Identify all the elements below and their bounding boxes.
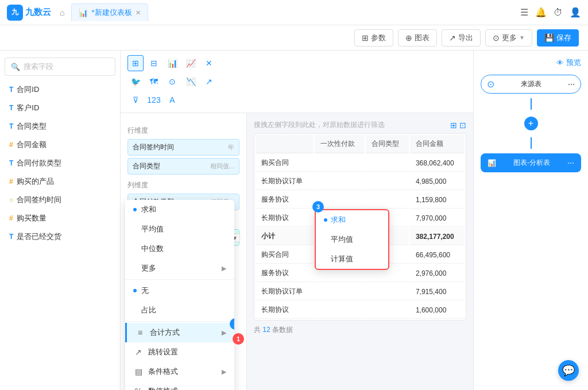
sub-item-avg[interactable]: 平均值: [316, 230, 388, 249]
field-item-payment-type[interactable]: T 合同付款类型: [5, 155, 115, 171]
right-panel: 👁 预览 ⊙ 来源表 ⋯ + 📊 图表-分析表 ⋯: [473, 51, 588, 390]
search-box[interactable]: 🔍 搜索字段: [5, 57, 115, 76]
field-item-quantity[interactable]: # 购买数量: [5, 210, 115, 226]
sub-item-sum[interactable]: 求和: [316, 210, 388, 230]
preview-button[interactable]: 👁 预览: [481, 57, 581, 68]
user-icon[interactable]: 👤: [570, 7, 581, 18]
menu-item-conditional[interactable]: ▤ 条件格式 ▶: [125, 362, 234, 381]
menu-label: 占比: [141, 305, 156, 315]
timer-icon[interactable]: ⏱: [554, 7, 563, 18]
text-icon: T: [9, 233, 13, 241]
field-label: 合同类型: [17, 121, 47, 132]
more-label: 更多: [502, 33, 517, 43]
arrow-icon: ▶: [222, 368, 226, 376]
line-chart-icon[interactable]: 📈: [183, 55, 199, 71]
param-button[interactable]: ⊞ 参数: [354, 29, 393, 47]
export-button[interactable]: ↗ 导出: [442, 29, 481, 47]
pivot-icon[interactable]: ⊟: [146, 55, 162, 71]
menu-item-sum[interactable]: 求和: [125, 200, 234, 219]
save-label: 保存: [556, 33, 571, 43]
chart-button[interactable]: ⊕ 图表: [398, 29, 437, 47]
cell-amount: 4,985,000: [410, 173, 465, 190]
connector-line-2: [531, 137, 532, 149]
current-tab[interactable]: 📊 *新建仪表板 ✕: [71, 3, 148, 21]
dim-sign-time[interactable]: 合同签约时间 年: [127, 139, 239, 156]
menu-item-more[interactable]: 更多 ▶: [125, 258, 234, 278]
more-button[interactable]: ⊙ 更多 ▼: [485, 29, 532, 47]
menu-item-none[interactable]: 无: [125, 281, 234, 300]
no-dot: [133, 227, 137, 231]
menu-label: 合计方式: [150, 327, 180, 338]
app-logo: 九 九数云: [7, 5, 53, 21]
source-node[interactable]: ⊙ 来源表 ⋯: [481, 75, 581, 94]
bar-chart-icon[interactable]: 📊: [164, 55, 180, 71]
col-header-2: 一次性付款: [315, 135, 365, 153]
chat-bubble[interactable]: 💬: [558, 360, 579, 381]
scatter-icon[interactable]: ✕: [201, 55, 217, 71]
combo-icon[interactable]: 📉: [183, 74, 199, 90]
gauge-icon[interactable]: ⊙: [164, 74, 180, 90]
map-icon[interactable]: 🗺: [146, 74, 162, 90]
cell-type: 购买合同: [256, 246, 314, 264]
field-item-product[interactable]: # 购买的产品: [5, 173, 115, 190]
field-label: 合同付款类型: [17, 158, 61, 168]
field-item-delivered[interactable]: T 是否已经交货: [5, 229, 115, 245]
table-icon[interactable]: ⊞: [127, 55, 144, 71]
header-right: ☰ 🔔 ⏱ 👤: [520, 7, 581, 18]
menu-item-avg[interactable]: 平均值: [125, 219, 234, 239]
field-item-sign-time[interactable]: ○ 合同签约时间: [5, 192, 115, 208]
field-item-hetong-type[interactable]: T 合同类型: [5, 118, 115, 134]
filter-hint: 搜拽左侧字段到此处，对原始数据进行筛选: [254, 120, 450, 130]
badge-1: 1: [233, 333, 244, 345]
menu-item-numformat[interactable]: % 数值格式...: [125, 381, 234, 390]
sub-label: 平均值: [331, 234, 353, 245]
table-row: 购买合同 368,062,400: [256, 155, 465, 172]
dim-contract-type[interactable]: 合同类型 相同值...: [127, 158, 239, 175]
preview-label: 预览: [566, 57, 581, 68]
jump-icon: ↗: [133, 347, 144, 357]
table-header-row: 搜拽左侧字段到此处，对原始数据进行筛选 ⊞ ⊡: [254, 120, 466, 130]
chart-node-icon: 📊: [488, 159, 496, 167]
text-a-icon[interactable]: A: [164, 92, 180, 108]
field-item-hetong-id[interactable]: T 合同ID: [5, 82, 115, 98]
more-icon: ⊙: [493, 33, 500, 43]
tab-close-icon[interactable]: ✕: [136, 9, 141, 17]
chart-node-more-icon[interactable]: ⋯: [567, 159, 574, 167]
field-sidebar: 🔍 搜索字段 T 合同ID T 客户ID T 合同类型 # 合同金额 T 合同付…: [0, 51, 121, 390]
field-item-kehu-id[interactable]: T 客户ID: [5, 100, 115, 116]
main-toolbar: ⊞ 参数 ⊕ 图表 ↗ 导出 ⊙ 更多 ▼ 💾 保存: [0, 25, 588, 51]
no-dot: [133, 247, 137, 250]
source-more-icon[interactable]: ⋯: [568, 80, 575, 88]
home-icon[interactable]: ⌂: [57, 6, 67, 20]
fullscreen-icon[interactable]: ⊡: [459, 121, 466, 130]
save-button[interactable]: 💾 保存: [537, 29, 579, 47]
arrow-icon: ▶: [222, 265, 226, 272]
num-icon[interactable]: 123: [146, 92, 162, 108]
field-label: 客户ID: [17, 103, 39, 113]
save-icon: 💾: [544, 33, 554, 43]
cell-type: 长期协议: [256, 302, 314, 319]
more-vis-icon[interactable]: ↗: [201, 74, 217, 90]
table-row: 服务协议 1,159,800: [256, 191, 465, 208]
cell-amount: 1,600,000: [410, 302, 465, 319]
menu-label: 无: [141, 285, 149, 296]
chart-node[interactable]: 📊 图表-分析表 ⋯: [481, 153, 581, 172]
row-dimension-title: 行维度: [127, 126, 239, 136]
col-dimension-title: 列维度: [127, 180, 239, 190]
menu-item-jump[interactable]: ↗ 跳转设置: [125, 342, 234, 362]
filter-icon[interactable]: ⊽: [127, 92, 144, 108]
funnel-icon[interactable]: 🐦: [127, 74, 144, 90]
menu-item-sum-method[interactable]: ≡ 合计方式 ▶ 2: [125, 323, 234, 342]
expand-icon[interactable]: ⊞: [450, 121, 457, 130]
field-item-hetong-amount[interactable]: # 合同金额: [5, 137, 115, 153]
col-header-3: 合同类型: [366, 135, 409, 153]
add-node-button[interactable]: +: [524, 117, 538, 130]
menu-item-ratio[interactable]: 占比: [125, 300, 234, 320]
sub-item-calc[interactable]: 计算值: [316, 249, 388, 269]
menu-item-median[interactable]: 中位数: [125, 239, 234, 258]
menu-icon[interactable]: ☰: [520, 7, 528, 18]
logo-text: 九数云: [25, 7, 51, 18]
text-icon: T: [9, 86, 13, 94]
notification-icon[interactable]: 🔔: [535, 7, 547, 18]
col-header-1: [256, 135, 314, 153]
